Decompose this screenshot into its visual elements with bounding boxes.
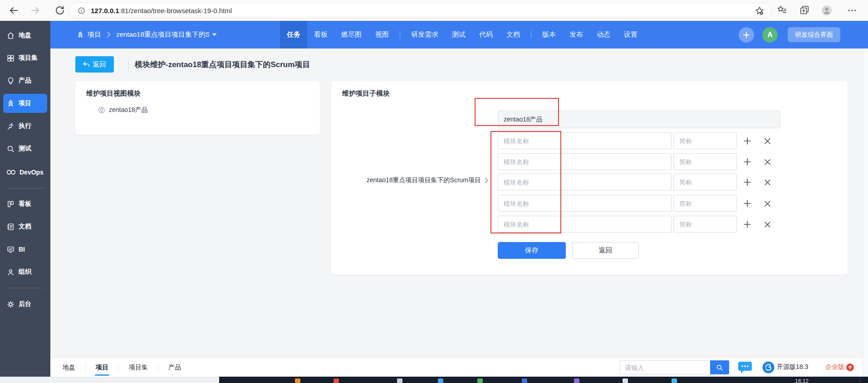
workbench-button[interactable]: 研发综合界面 [788, 27, 840, 42]
feedback-chat-icon[interactable] [737, 361, 753, 374]
product-tree-item[interactable]: zentao18产品 [98, 106, 148, 114]
sidebar-item-devops[interactable]: DevOps [0, 163, 50, 182]
project-tabs: 任务 看板 燃尽图 视图 研发需求 测试 代码 文档 版本 发布 动态 设置 [280, 21, 644, 48]
sidebar-item-qa[interactable]: 测试 [0, 139, 50, 158]
tab-burndown[interactable]: 燃尽图 [334, 21, 368, 48]
taskbar-app-icon[interactable] [522, 378, 527, 383]
taskbar-app-icon[interactable] [397, 378, 402, 383]
project-dropdown-caret-icon[interactable] [212, 33, 217, 36]
version-label: 开源版18.3 [777, 363, 808, 371]
parent-module-input [498, 111, 780, 128]
remove-row-icon[interactable] [762, 198, 773, 209]
module-tree-label-text: zentao18重点项目项目集下的Scrum项目 [367, 176, 481, 184]
taskbar-app-icon[interactable] [333, 378, 339, 383]
footer-tab-program[interactable]: 项目集 [127, 358, 150, 377]
sidebar-item-admin[interactable]: 后台 [0, 295, 50, 314]
product-circle-icon [98, 107, 105, 114]
footer-separator [85, 364, 86, 371]
footer-tab-product[interactable]: 产品 [167, 358, 183, 377]
sidebar-item-kanban[interactable]: 看板 [0, 194, 50, 213]
upgrade-arrow-badge-icon [846, 364, 854, 371]
zentao-logo-icon[interactable] [762, 361, 775, 373]
browser-back-icon[interactable] [8, 5, 19, 16]
tab-story[interactable]: 研发需求 [404, 21, 445, 48]
tab-view[interactable]: 视图 [368, 21, 396, 48]
breadcrumb-chevron-icon [107, 32, 111, 38]
taskbar-app-icon[interactable] [623, 378, 628, 383]
tab-test[interactable]: 测试 [445, 21, 472, 48]
sidebar-item-program[interactable]: 项目集 [0, 48, 50, 68]
form-back-button[interactable]: 返回 [572, 242, 639, 259]
add-row-icon[interactable] [742, 219, 753, 230]
module-name-input[interactable] [498, 132, 672, 149]
sidebar-item-execution[interactable]: 执行 [0, 116, 50, 136]
upgrade-link[interactable]: 企业版 [825, 363, 854, 371]
bi-icon [7, 246, 15, 253]
quick-create-button[interactable] [739, 27, 754, 43]
site-info-icon[interactable] [78, 7, 85, 15]
url-bar[interactable]: 127.0.0.1:81/zentao/tree-browsetask-19-0… [69, 3, 771, 18]
footer-tab-project[interactable]: 项目 [94, 358, 110, 377]
module-name-input[interactable] [498, 195, 672, 212]
remove-row-icon[interactable] [762, 156, 773, 167]
add-row-icon[interactable] [742, 136, 753, 146]
remove-row-icon[interactable] [762, 219, 773, 230]
footer-tab-home[interactable]: 地盘 [61, 358, 77, 377]
browser-menu-icon[interactable] [847, 5, 858, 16]
back-button[interactable]: 返回 [75, 56, 114, 73]
module-name-input[interactable] [498, 174, 672, 190]
collections-icon[interactable] [799, 5, 810, 16]
tab-kanban[interactable]: 看板 [307, 21, 334, 48]
tab-doc[interactable]: 文档 [500, 21, 527, 48]
breadcrumb-app[interactable]: 项目 [88, 30, 101, 39]
tab-task[interactable]: 任务 [280, 21, 307, 48]
tab-code[interactable]: 代码 [472, 21, 500, 48]
add-row-icon[interactable] [742, 177, 753, 188]
sidebar-item-org[interactable]: 组织 [0, 262, 50, 281]
module-name-input[interactable] [498, 216, 672, 233]
sidebar-item-label: 文档 [19, 223, 31, 231]
browser-refresh-icon[interactable] [54, 5, 65, 16]
module-abbr-input[interactable] [673, 195, 737, 212]
kanban-icon [7, 200, 15, 208]
add-row-icon[interactable] [742, 156, 753, 167]
sidebar-item-doc[interactable]: 文档 [0, 217, 50, 236]
sidebar-item-label: 产品 [19, 77, 31, 85]
program-icon [7, 54, 15, 62]
module-name-input[interactable] [498, 153, 672, 170]
sidebar-item-bi[interactable]: BI [0, 240, 50, 259]
search-button[interactable] [710, 360, 729, 374]
browser-forward-icon[interactable] [30, 5, 41, 16]
search-input[interactable] [620, 360, 710, 374]
save-button[interactable]: 保存 [498, 242, 566, 259]
module-abbr-input[interactable] [673, 216, 737, 233]
module-abbr-input[interactable] [673, 132, 737, 149]
add-favorite-icon[interactable] [755, 6, 765, 16]
tab-dynamic[interactable]: 动态 [590, 21, 617, 48]
taskbar-app-icon[interactable] [477, 378, 483, 383]
user-avatar[interactable]: A [762, 27, 778, 43]
add-row-icon[interactable] [742, 198, 753, 209]
breadcrumb-project[interactable]: zentao18重点项目项目集下的Scrum项目 [116, 30, 209, 39]
taskbar-app-icon[interactable] [672, 378, 677, 383]
module-abbr-input[interactable] [673, 153, 737, 170]
remove-row-icon[interactable] [762, 177, 773, 188]
sidebar-item-label: DevOps [20, 169, 44, 176]
module-abbr-input[interactable] [673, 174, 737, 190]
remove-row-icon[interactable] [762, 136, 773, 146]
sidebar-item-project[interactable]: 项目 [0, 94, 50, 113]
tab-settings[interactable]: 设置 [617, 21, 644, 48]
favorites-icon[interactable] [777, 5, 788, 16]
tab-release[interactable]: 发布 [563, 21, 590, 48]
sidebar-item-product[interactable]: 产品 [0, 71, 50, 90]
sidebar-divider [6, 188, 44, 189]
page-scrollbar[interactable] [863, 48, 868, 377]
taskbar-app-icon[interactable] [438, 378, 443, 383]
tab-build[interactable]: 版本 [535, 21, 563, 48]
sidebar-item-home[interactable]: 地盘 [0, 26, 50, 45]
taskbar-app-icon[interactable] [295, 378, 300, 383]
browser-profile-avatar[interactable] [821, 5, 832, 16]
browser-toolbar: 127.0.0.1:81/zentao/tree-browsetask-19-0… [0, 0, 868, 21]
taskbar-app-icon[interactable] [574, 378, 579, 383]
tab-separator [400, 31, 400, 39]
